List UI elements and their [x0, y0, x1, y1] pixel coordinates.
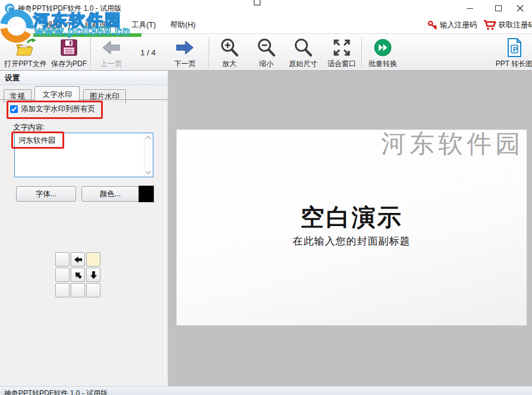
stray-restore-icon	[254, 0, 260, 5]
batch-convert-icon	[373, 37, 392, 58]
menu-batch[interactable]: 批处理(B)	[80, 17, 122, 33]
grid-left-arrow-button[interactable]	[71, 252, 85, 267]
menu-view[interactable]: 视图(V)	[40, 17, 75, 33]
svg-text:P: P	[513, 45, 517, 52]
tab-image-watermark[interactable]: 图片水印	[83, 89, 126, 103]
open-ppt-label: 打开PPT文件	[4, 59, 46, 69]
original-size-label: 原始尺寸	[289, 59, 317, 69]
grid-selected-button[interactable]	[86, 252, 100, 267]
watermark-text-input[interactable]: 河东软件园	[14, 133, 153, 177]
save-pdf-button[interactable]: 保存为PDF	[50, 37, 88, 69]
menu-file[interactable]: 文件(F)	[1, 17, 36, 33]
maximize-icon	[495, 5, 502, 11]
magnifier-icon	[294, 37, 313, 58]
prev-page-label: 上一页	[100, 59, 122, 69]
font-button[interactable]: 字体...	[16, 186, 76, 202]
next-page-label: 下一页	[174, 59, 196, 69]
status-text: 神奇PPT转PDF软件 1.0 - 试用版	[0, 387, 532, 395]
prev-page-button[interactable]: 上一页	[94, 37, 128, 69]
toolbar: 打开PPT文件 保存为PDF 上一页 1 / 4 下一页 放	[0, 34, 532, 71]
magnifier-minus-icon	[257, 37, 276, 58]
down-arrow-icon	[90, 271, 97, 280]
grid-cell-empty[interactable]	[55, 268, 70, 282]
watermark-text-value: 河东软件园	[18, 136, 56, 146]
original-size-button[interactable]: 原始尺寸	[284, 37, 322, 69]
settings-header: 设置	[0, 71, 168, 85]
toolbar-separator	[209, 37, 210, 68]
minimize-button[interactable]	[457, 0, 483, 17]
zoom-in-label: 放大	[222, 59, 237, 69]
app-logo-icon	[5, 4, 14, 13]
diagonal-arrow-icon	[72, 269, 84, 281]
next-page-button[interactable]: 下一页	[168, 37, 202, 69]
scroll-up-icon	[146, 136, 152, 142]
toolbar-separator	[90, 37, 92, 68]
batch-convert-button[interactable]: 批量转换	[364, 37, 401, 69]
get-code-label: 获取注册码	[499, 20, 532, 30]
grid-cell-empty[interactable]	[71, 283, 85, 297]
toolbar-separator	[361, 37, 363, 68]
fit-window-button[interactable]: 适合窗口	[323, 37, 360, 69]
panel-scrollbar[interactable]	[163, 101, 166, 384]
zoom-out-label: 缩小	[259, 59, 273, 69]
grid-cell-empty[interactable]	[55, 283, 70, 297]
add-watermark-row: 添加文字水印到所有页	[10, 104, 95, 114]
tab-text-watermark[interactable]: 文字水印	[34, 86, 80, 102]
menu-tools[interactable]: 工具(T)	[126, 17, 161, 33]
registration-area: 输入注册码 获取注册码	[427, 17, 532, 33]
menu-help[interactable]: 帮助(H)	[165, 17, 201, 33]
close-button[interactable]	[508, 0, 532, 17]
preview-area: 河东软件园 空白演示 在此输入您的封面副标题	[168, 71, 532, 386]
menu-bar: 文件(F) 视图(V) 批处理(B) 工具(T) 帮助(H) 输入注册码 获取注…	[0, 17, 532, 34]
batch-convert-label: 批量转换	[369, 59, 397, 69]
page-indicator: 1 / 4	[134, 48, 162, 57]
shopping-cart-icon	[483, 20, 496, 30]
close-icon	[517, 5, 524, 12]
get-code-link[interactable]: 获取注册码	[483, 20, 532, 30]
document-p-icon: P	[506, 37, 522, 58]
status-bar: 神奇PPT转PDF软件 1.0 - 试用版	[0, 386, 532, 395]
save-floppy-icon	[60, 37, 78, 58]
tab-divider	[0, 99, 168, 100]
prev-arrow-icon	[102, 37, 121, 58]
settings-panel: 设置 常规 文字水印 图片水印 添加文字水印到所有页 文字内容: 河东软件园 字…	[0, 71, 168, 386]
scroll-down-icon	[146, 169, 152, 175]
save-pdf-label: 保存为PDF	[51, 59, 87, 69]
fit-window-label: 适合窗口	[328, 59, 356, 69]
slide-title: 空白演示	[177, 201, 527, 234]
tab-general[interactable]: 常规	[4, 89, 32, 103]
add-watermark-label[interactable]: 添加文字水印到所有页	[21, 104, 95, 114]
key-icon	[427, 20, 437, 30]
text-content-label: 文字内容:	[13, 123, 45, 133]
open-ppt-button[interactable]: 打开PPT文件	[2, 37, 49, 69]
magnifier-plus-icon	[220, 37, 239, 58]
zoom-out-button[interactable]: 缩小	[250, 37, 283, 69]
slide-preview: 河东软件园 空白演示 在此输入您的封面副标题	[177, 130, 527, 325]
grid-down-arrow-button[interactable]	[86, 268, 100, 282]
color-swatch	[138, 186, 154, 202]
add-watermark-checkbox[interactable]	[10, 105, 18, 113]
app-window: 神奇PPT转PDF软件 1.0 - 试用版 文件(F) 视图(V) 批处理(B)…	[0, 0, 532, 395]
grid-diagonal-arrow-button[interactable]	[71, 268, 85, 282]
zoom-in-button[interactable]: 放大	[213, 37, 246, 69]
watermark-direction-grid	[55, 252, 100, 297]
title-bar: 神奇PPT转PDF软件 1.0 - 试用版	[0, 0, 532, 17]
left-arrow-icon	[74, 256, 83, 264]
next-arrow-icon	[175, 37, 194, 58]
grid-cell-empty[interactable]	[86, 283, 100, 297]
grid-cell-empty[interactable]	[55, 252, 70, 267]
enter-code-link[interactable]: 输入注册码	[427, 20, 477, 30]
expand-arrows-icon	[332, 37, 351, 58]
color-button[interactable]: 颜色...	[81, 186, 139, 202]
textarea-scrollbar[interactable]	[144, 133, 153, 177]
ppt-to-long-image-button[interactable]: P PPT 转长图	[495, 37, 532, 69]
enter-code-label: 输入注册码	[440, 20, 477, 30]
window-title: 神奇PPT转PDF软件 1.0 - 试用版	[18, 0, 121, 17]
slide-watermark-text: 河东软件园	[381, 127, 524, 161]
minimize-icon	[467, 8, 473, 9]
ppt-to-long-image-label: PPT 转长图	[496, 59, 532, 69]
settings-tabs: 常规 文字水印 图片水印	[4, 86, 127, 100]
slide-subtitle: 在此输入您的封面副标题	[177, 234, 527, 248]
open-folder-icon	[14, 37, 37, 58]
